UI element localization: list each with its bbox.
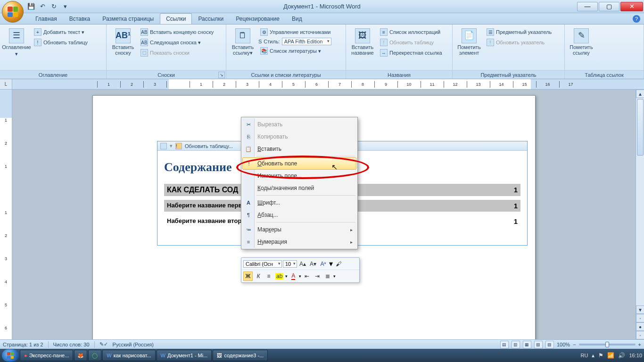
update-index-button[interactable]: !Обновить указатель: [485, 38, 553, 47]
ctx-numbering[interactable]: ≡Нумерация▸: [242, 236, 356, 248]
zoom-slider[interactable]: [579, 344, 636, 346]
office-button[interactable]: [2, 1, 24, 23]
tab-mailings[interactable]: Рассылки: [192, 13, 230, 24]
scroll-down-icon[interactable]: ▼: [636, 305, 644, 314]
status-language[interactable]: Русский (Россия): [113, 342, 154, 347]
show-notes-button[interactable]: ☐Показать сноски: [139, 48, 215, 58]
qat-redo-icon[interactable]: ↻: [49, 2, 58, 11]
tab-home[interactable]: Главная: [29, 13, 63, 24]
ctx-edit-field[interactable]: Изменить поле...: [242, 170, 356, 182]
qat-customize-icon[interactable]: ▾: [60, 2, 70, 11]
mini-decrease-indent[interactable]: ⇤: [302, 272, 312, 281]
mini-styles[interactable]: Aᵃ: [319, 259, 328, 269]
view-web[interactable]: ▦: [523, 341, 531, 348]
zoom-out[interactable]: −: [573, 342, 576, 347]
ctx-paste[interactable]: 📋Вставить: [242, 143, 356, 155]
view-full-screen[interactable]: ▥: [512, 341, 520, 348]
tab-view[interactable]: Вид: [286, 13, 308, 24]
start-button[interactable]: [2, 349, 19, 362]
tab-selector[interactable]: L: [0, 79, 12, 89]
qat-undo-icon[interactable]: ↶: [38, 2, 47, 11]
mini-increase-indent[interactable]: ⇥: [313, 272, 322, 281]
mini-shrink-font[interactable]: A▾: [308, 259, 318, 269]
status-page[interactable]: Страница: 1 из 2: [3, 342, 43, 347]
tray-volume-icon[interactable]: 🔊: [618, 352, 625, 359]
browse-object-icon[interactable]: ●: [636, 322, 644, 331]
vertical-scrollbar[interactable]: ▲ ▼ ◦ ● ◦: [636, 90, 644, 339]
taskbar-item-image[interactable]: 🖼содержание3 -...: [213, 350, 268, 361]
minimize-button[interactable]: —: [577, 2, 598, 11]
insert-citation-button[interactable]: 🗒Вставить ссылку▾: [229, 26, 256, 58]
mini-font-color[interactable]: A: [289, 272, 298, 281]
next-footnote-button[interactable]: ABСледующая сноска ▾: [139, 38, 215, 47]
ctx-toggle-codes[interactable]: Коды/значения полей: [242, 182, 356, 194]
toc-button[interactable]: ☰Оглавление▾: [3, 26, 30, 58]
manage-sources-button[interactable]: ⚙Управление источниками: [258, 27, 332, 37]
cross-reference-button[interactable]: ↔Перекрестная ссылка: [378, 48, 444, 58]
zoom-in[interactable]: +: [638, 342, 641, 347]
update-toc-button[interactable]: !Обновить таблицу: [32, 38, 90, 47]
insert-index-button[interactable]: ☰Предметный указатель: [485, 27, 553, 37]
zoom-percent[interactable]: 100%: [557, 342, 570, 347]
ctx-cut[interactable]: ✂Вырезать: [242, 118, 356, 131]
mini-font-select[interactable]: Calibri (Осн: [243, 260, 282, 268]
ctx-font[interactable]: AШрифт...: [242, 197, 356, 209]
tray-clock[interactable]: 16:10: [629, 353, 642, 358]
toc-update-icon[interactable]: !: [175, 143, 182, 149]
tray-up-icon[interactable]: ▴: [592, 352, 594, 359]
ctx-bullets[interactable]: ≔Маркеры▸: [242, 223, 356, 236]
insert-endnote-button[interactable]: ABВставить концевую сноску: [139, 27, 215, 37]
scroll-up-icon[interactable]: ▲: [636, 90, 644, 98]
page[interactable]: ▾ ! Обновить таблицу... Содержание КАК С…: [92, 95, 536, 362]
taskbar-item-utorrent[interactable]: ◯: [88, 350, 101, 361]
ctx-copy[interactable]: ⎘Копировать: [242, 131, 356, 143]
mini-italic[interactable]: К: [254, 272, 263, 281]
mini-list[interactable]: ≣: [323, 272, 332, 281]
add-text-button[interactable]: +Добавить текст ▾: [32, 27, 90, 37]
mini-center[interactable]: ≡: [264, 272, 273, 281]
table-of-figures-button[interactable]: ≡Список иллюстраций: [378, 27, 444, 37]
ctx-update-field[interactable]: !Обновить поле: [242, 157, 356, 170]
toc-header-icon[interactable]: [160, 143, 167, 149]
close-button[interactable]: ✕: [620, 2, 643, 11]
taskbar-item-opera[interactable]: ●Экспресс-пане...: [20, 350, 73, 361]
insert-footnote-button[interactable]: AB¹Вставить сноску: [109, 26, 137, 58]
citation-style-select[interactable]: SСтиль:APA Fifth Edition: [258, 38, 332, 45]
bibliography-button[interactable]: 📚Список литературы ▾: [258, 46, 332, 56]
status-spellcheck-icon[interactable]: ✎✓: [99, 341, 108, 347]
taskbar-item-word2[interactable]: WДокумент1 - Mi...: [157, 350, 212, 361]
tab-review[interactable]: Рецензирование: [230, 13, 286, 24]
tray-network-icon[interactable]: 📶: [607, 352, 614, 359]
mini-highlight[interactable]: ab: [274, 272, 284, 281]
tab-references[interactable]: Ссылки: [160, 13, 192, 24]
mini-bold[interactable]: Ж: [243, 272, 253, 281]
taskbar-item-firefox[interactable]: 🦊: [74, 350, 87, 361]
maximize-button[interactable]: ▢: [599, 2, 619, 11]
tray-lang[interactable]: RU: [581, 353, 588, 358]
update-tof-button[interactable]: !Обновить таблицу: [378, 38, 444, 47]
insert-caption-button[interactable]: 🖼Вставить название: [349, 26, 376, 58]
view-print-layout[interactable]: ▤: [500, 341, 509, 348]
help-icon[interactable]: ?: [633, 15, 640, 23]
horizontal-ruler[interactable]: 1231234567891011121314151617: [12, 79, 644, 89]
ctx-paragraph[interactable]: ¶Абзац...: [242, 209, 356, 221]
next-page-icon[interactable]: ◦: [636, 331, 644, 339]
scroll-thumb[interactable]: [637, 99, 644, 156]
tray-flag-icon[interactable]: ⚑: [598, 352, 603, 359]
mini-grow-font[interactable]: A▴: [298, 259, 307, 269]
footnotes-dialog-launcher[interactable]: ↘: [218, 72, 225, 78]
taskbar-item-word1[interactable]: Wкак нарисоват...: [102, 350, 155, 361]
mark-entry-button[interactable]: 📄Пометить элемент: [455, 26, 483, 58]
view-outline[interactable]: ▧: [534, 341, 543, 348]
view-draft[interactable]: ▨: [545, 341, 554, 348]
toc-update-label[interactable]: Обновить таблицу...: [185, 143, 233, 149]
mini-size-select[interactable]: 10: [283, 260, 297, 268]
mini-format-painter[interactable]: 🖌: [334, 259, 343, 269]
tab-insert[interactable]: Вставка: [63, 13, 97, 24]
qat-save-icon[interactable]: 💾: [26, 2, 36, 11]
mark-citation-button[interactable]: ✎Пометить ссылку: [568, 26, 595, 58]
prev-page-icon[interactable]: ◦: [636, 314, 644, 322]
vertical-ruler[interactable]: 12112345678: [0, 90, 12, 339]
status-wordcount[interactable]: Число слов: 30: [53, 342, 90, 347]
tab-page-layout[interactable]: Разметка страницы: [96, 13, 160, 24]
